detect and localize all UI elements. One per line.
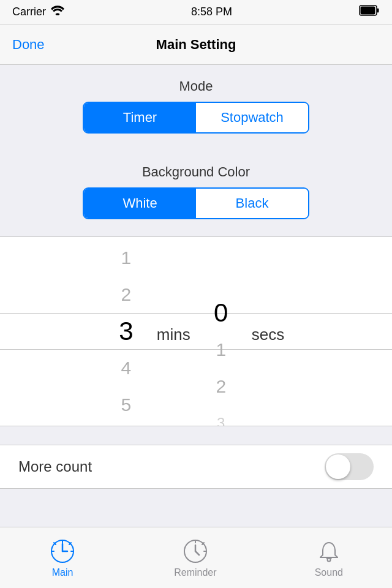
seconds-column[interactable]: 0 1 2 3 xyxy=(197,237,246,426)
mode-label: Mode xyxy=(0,65,392,102)
tab-reminder[interactable]: Reminder xyxy=(162,533,228,583)
minutes-column[interactable]: 0 1 2 3 4 5 6 xyxy=(102,237,151,426)
bg-color-segmented-control: White Black xyxy=(83,187,309,219)
mode-segmented-control: Timer Stopwatch xyxy=(83,102,309,134)
picker-secs-item-3: 3 xyxy=(197,405,246,426)
bg-white-button[interactable]: White xyxy=(84,189,196,218)
tab-sound[interactable]: Sound xyxy=(303,533,355,583)
picker-mins-item-6: 6 xyxy=(102,423,151,426)
tab-reminder-label: Reminder xyxy=(174,567,216,578)
tab-sound-label: Sound xyxy=(315,567,343,578)
tab-bar: Main Reminder So xyxy=(0,527,392,588)
picker-secs-item-0: 0 xyxy=(197,295,246,331)
more-count-label: More count xyxy=(18,458,92,475)
more-count-toggle[interactable] xyxy=(325,453,374,480)
bg-color-label: Background Color xyxy=(0,151,392,187)
picker-mins-item-4: 4 xyxy=(102,350,151,386)
done-button[interactable]: Done xyxy=(12,37,45,53)
bg-black-button[interactable]: Black xyxy=(196,189,308,218)
wifi-icon xyxy=(51,6,64,18)
picker-secs-item-1: 1 xyxy=(197,331,246,368)
status-bar: Carrier 8:58 PM xyxy=(0,0,392,24)
mins-label: mins xyxy=(151,319,197,344)
picker-columns: 0 1 2 3 4 5 6 mins 0 1 2 3 secs xyxy=(102,237,290,426)
page-title: Main Setting xyxy=(156,37,236,53)
picker-mins-item-2: 2 xyxy=(102,276,151,313)
battery-icon xyxy=(359,5,380,19)
tab-main-label: Main xyxy=(52,567,74,578)
clock: 8:58 PM xyxy=(191,6,232,18)
sound-tab-icon xyxy=(315,538,342,565)
picker-mins-item-1: 1 xyxy=(102,239,151,276)
mode-section: Mode Timer Stopwatch xyxy=(0,65,392,134)
carrier-label: Carrier xyxy=(12,6,46,18)
svg-line-14 xyxy=(195,551,199,555)
svg-rect-2 xyxy=(377,9,379,13)
more-count-row: More count xyxy=(0,445,392,489)
time-picker[interactable]: 0 1 2 3 4 5 6 mins 0 1 2 3 secs xyxy=(0,236,392,426)
reminder-tab-icon xyxy=(182,538,209,565)
picker-secs-item-2: 2 xyxy=(197,368,246,405)
tab-main[interactable]: Main xyxy=(37,533,88,583)
picker-mins-item-5: 5 xyxy=(102,386,151,423)
svg-rect-3 xyxy=(361,7,375,15)
bg-color-section: Background Color White Black xyxy=(0,151,392,219)
main-content: Mode Timer Stopwatch Background Color Wh… xyxy=(0,65,392,550)
main-tab-icon xyxy=(49,538,76,565)
mode-stopwatch-button[interactable]: Stopwatch xyxy=(196,103,308,132)
nav-bar: Done Main Setting xyxy=(0,24,392,65)
carrier-info: Carrier xyxy=(12,6,64,18)
secs-label: secs xyxy=(246,319,290,344)
picker-mins-item-3: 3 xyxy=(102,313,151,350)
svg-point-19 xyxy=(327,558,330,561)
toggle-knob xyxy=(326,454,350,479)
mode-timer-button[interactable]: Timer xyxy=(84,103,196,132)
